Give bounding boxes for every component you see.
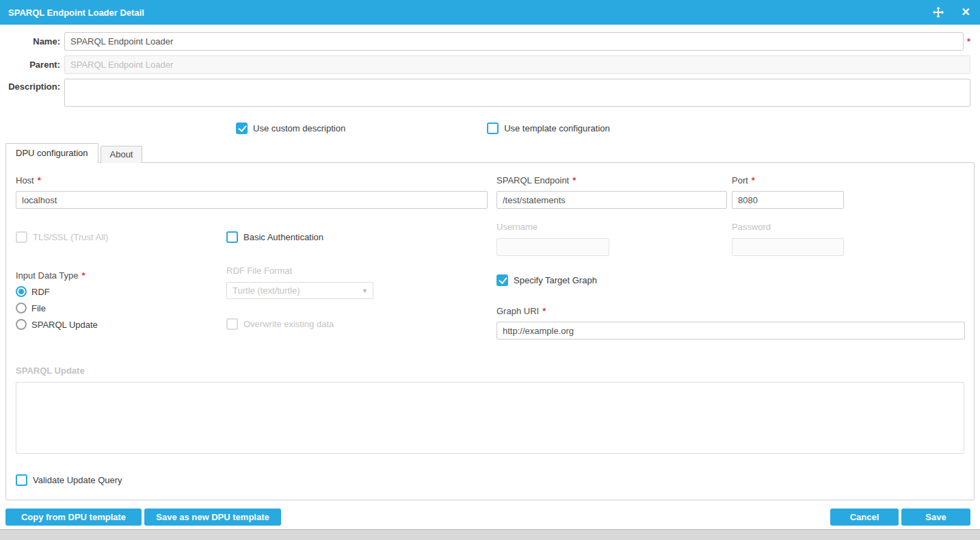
checkbox-label: Specify Target Graph [514, 275, 597, 285]
checkbox-label: TLS/SSL (Trust All) [33, 232, 108, 242]
password-field-group: Password [732, 222, 844, 256]
sparql-update-label: SPARQL Update [16, 365, 964, 376]
checkbox-icon [226, 231, 238, 243]
input-data-type-group: Input Data Type * RDF File SPARQL Update [16, 270, 98, 335]
graph-uri-field-group: Graph URI * [496, 306, 965, 339]
required-asterisk: * [542, 306, 546, 316]
radio-label: File [31, 303, 46, 313]
description-row: Description: [5, 79, 970, 107]
name-row: Name: * [5, 32, 970, 51]
titlebar-icons: ✕ [933, 7, 970, 18]
sparql-update-input [16, 382, 964, 454]
description-label: Description: [5, 79, 60, 92]
sparql-update-group: SPARQL Update [16, 365, 964, 456]
overwrite-existing-data-checkbox: Overwrite existing data [226, 318, 334, 330]
save-as-new-dpu-template-button[interactable]: Save as new DPU template [144, 509, 281, 526]
move-icon[interactable] [933, 7, 944, 18]
host-input[interactable] [16, 191, 488, 209]
close-icon[interactable]: ✕ [962, 7, 970, 18]
window-bottom-strip [0, 529, 980, 540]
radio-icon [16, 319, 27, 330]
radio-rdf[interactable]: RDF [16, 286, 98, 297]
chevron-down-icon: ▼ [362, 287, 368, 294]
radio-file[interactable]: File [16, 303, 98, 313]
parent-row: Parent: [5, 55, 970, 74]
checkbox-label: Use template configuration [504, 123, 610, 133]
password-input [732, 238, 844, 256]
select-value: Turtle (text/turtle) [233, 285, 300, 296]
username-label: Username [496, 222, 609, 232]
required-asterisk: * [752, 175, 755, 185]
username-field-group: Username [496, 222, 609, 256]
dpu-configuration-panel: Host * SPARQL Endpoint * Port * TLS/SSL … [5, 162, 975, 500]
tab-label: DPU configuration [16, 148, 88, 158]
port-input[interactable] [732, 191, 844, 209]
use-custom-description-checkbox[interactable]: Use custom description [236, 123, 345, 134]
checkbox-label: Use custom description [253, 123, 345, 133]
input-data-type-label: Input Data Type [16, 270, 79, 281]
sparql-endpoint-label: SPARQL Endpoint [496, 175, 569, 185]
basic-authentication-checkbox[interactable]: Basic Authentication [226, 231, 323, 243]
radio-label: RDF [31, 287, 50, 297]
dialog-title: SPARQL Endpoint Loader Detail [8, 8, 144, 18]
username-input [496, 238, 609, 256]
password-label: Password [732, 222, 844, 232]
required-asterisk: * [82, 270, 85, 281]
description-input[interactable] [64, 79, 970, 107]
name-label: Name: [5, 36, 60, 47]
checkbox-icon [236, 123, 248, 134]
dialog-header-form: Name: * Parent: Description: [0, 25, 980, 107]
graph-uri-input[interactable] [496, 322, 965, 339]
radio-icon [16, 303, 27, 313]
rdf-file-format-label: RDF File Format [226, 266, 373, 276]
radio-sparql-update[interactable]: SPARQL Update [16, 319, 98, 330]
checkbox-icon [496, 274, 508, 286]
port-field-group: Port * [732, 175, 844, 209]
checkbox-label: Basic Authentication [243, 232, 323, 242]
tls-ssl-checkbox: TLS/SSL (Trust All) [16, 231, 108, 243]
rdf-file-format-select: Turtle (text/turtle) ▼ [226, 282, 373, 299]
checkbox-label: Validate Update Query [33, 475, 122, 485]
required-asterisk: * [572, 175, 576, 185]
copy-from-dpu-template-button[interactable]: Copy from DPU template [5, 509, 142, 526]
checkbox-icon [16, 231, 27, 243]
rdf-file-format-group: RDF File Format Turtle (text/turtle) ▼ [226, 266, 373, 299]
sparql-endpoint-field-group: SPARQL Endpoint * [496, 175, 727, 209]
button-bar: Copy from DPU template Save as new DPU t… [0, 509, 980, 526]
tab-about[interactable]: About [101, 146, 143, 163]
host-label: Host [16, 175, 34, 185]
sparql-endpoint-input[interactable] [496, 191, 727, 209]
tab-bar: DPU configuration About [5, 143, 980, 162]
radio-label: SPARQL Update [31, 320, 98, 330]
required-asterisk: * [38, 175, 41, 185]
checkbox-icon [226, 318, 238, 330]
parent-input [64, 55, 970, 74]
checkbox-icon [487, 123, 499, 134]
radio-icon [16, 286, 27, 297]
validate-update-query-checkbox[interactable]: Validate Update Query [16, 474, 122, 486]
port-label: Port [732, 175, 748, 185]
parent-label: Parent: [5, 60, 60, 70]
tab-label: About [110, 149, 133, 159]
save-button[interactable]: Save [901, 509, 970, 526]
use-template-configuration-checkbox[interactable]: Use template configuration [487, 123, 610, 134]
checkbox-icon [16, 474, 27, 486]
dialog-titlebar: SPARQL Endpoint Loader Detail ✕ [0, 0, 980, 25]
specify-target-graph-checkbox[interactable]: Specify Target Graph [496, 274, 597, 286]
graph-uri-label: Graph URI [496, 306, 539, 316]
tab-dpu-configuration[interactable]: DPU configuration [5, 143, 98, 163]
description-options-row: Use custom description Use template conf… [236, 123, 980, 134]
cancel-button[interactable]: Cancel [830, 509, 899, 526]
name-input[interactable] [64, 32, 964, 51]
required-asterisk: * [967, 36, 970, 47]
checkbox-label: Overwrite existing data [243, 319, 334, 329]
host-field-group: Host * [16, 175, 488, 209]
